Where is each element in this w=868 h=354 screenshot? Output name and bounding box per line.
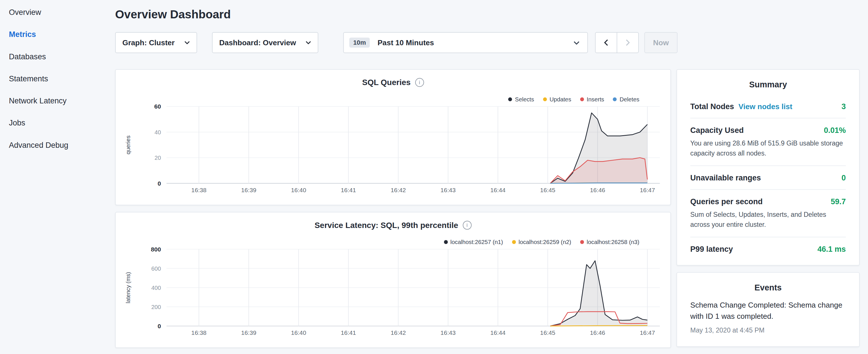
svg-text:16:45: 16:45 — [540, 187, 555, 193]
legend-label: Inserts — [587, 96, 604, 102]
events-panel: Events Schema Change Completed: Schema c… — [677, 272, 860, 347]
event-item[interactable]: Schema Change Completed: Schema change w… — [690, 297, 846, 342]
legend-dot — [512, 240, 516, 244]
sidebar-item-statements[interactable]: Statements — [0, 68, 105, 90]
legend-label: Deletes — [620, 96, 639, 102]
svg-text:16:44: 16:44 — [490, 329, 505, 336]
chart-legend: localhost:26257 (n1)localhost:26259 (n2)… — [443, 238, 639, 245]
event-timestamp: May 13, 2020 at 4:45 PM — [690, 326, 846, 334]
chart-title-row: Service Latency: SQL, 99th percentile i — [116, 221, 671, 230]
svg-text:16:38: 16:38 — [191, 329, 207, 336]
svg-text:16:40: 16:40 — [291, 187, 306, 193]
chart-title: Service Latency: SQL, 99th percentile — [315, 221, 458, 230]
summary-description: Sum of Selects, Updates, Inserts, and De… — [690, 210, 846, 230]
info-icon[interactable]: i — [415, 78, 424, 87]
service-latency-chart[interactable]: 020040060080016:3816:3916:4016:4116:4216… — [116, 213, 671, 347]
summary-label: Total Nodes — [690, 102, 734, 110]
dashboard-columns: SQL Queries i SelectsUpdatesInsertsDelet… — [115, 69, 868, 348]
sidebar-item-network-latency[interactable]: Network Latency — [0, 90, 105, 112]
time-next-button[interactable] — [617, 32, 639, 53]
summary-row-capacity-used: Capacity Used 0.01% You are using 28.6 M… — [690, 118, 846, 165]
summary-value: 0.01% — [819, 125, 846, 134]
summary-row-total-nodes: Total Nodes View nodes list 3 — [690, 95, 846, 118]
sidebar-item-overview[interactable]: Overview — [0, 1, 105, 23]
time-prev-button[interactable] — [595, 32, 617, 53]
svg-text:16:41: 16:41 — [341, 329, 356, 336]
legend-item-localhost-26259-n2-: localhost:26259 (n2) — [512, 238, 571, 245]
svg-text:16:40: 16:40 — [291, 329, 306, 336]
legend-dot — [543, 97, 547, 101]
chevron-right-icon — [626, 39, 630, 46]
summary-row-p99-latency: P99 latency 46.1 ms — [690, 237, 846, 261]
svg-text:40: 40 — [154, 129, 161, 135]
summary-value: 46.1 ms — [813, 245, 846, 254]
legend-label: Selects — [515, 96, 534, 102]
chart-card-service-latency: Service Latency: SQL, 99th percentile i … — [115, 212, 671, 348]
svg-text:latency (ms): latency (ms) — [125, 272, 131, 303]
chevron-left-icon — [604, 39, 608, 46]
svg-text:200: 200 — [151, 304, 161, 310]
view-nodes-list-link[interactable]: View nodes list — [739, 102, 792, 110]
summary-row-main: Unavailable ranges 0 — [690, 173, 846, 182]
svg-text:16:46: 16:46 — [590, 329, 605, 336]
svg-text:16:44: 16:44 — [490, 187, 505, 193]
chevron-down-icon — [574, 41, 580, 45]
events-title: Events — [690, 283, 846, 292]
summary-label: Capacity Used — [690, 125, 744, 134]
sidebar-item-metrics[interactable]: Metrics — [0, 23, 105, 45]
legend-dot — [443, 240, 447, 244]
event-text: Schema Change Completed: Schema change w… — [690, 300, 846, 322]
summary-label: Queries per second — [690, 197, 763, 206]
legend-dot — [580, 97, 584, 101]
sidebar-item-databases[interactable]: Databases — [0, 45, 105, 67]
svg-text:16:41: 16:41 — [341, 187, 356, 193]
summary-row-main: Capacity Used 0.01% — [690, 125, 846, 134]
chart-title-row: SQL Queries i — [116, 78, 671, 87]
legend-item-localhost-26257-n1-: localhost:26257 (n1) — [443, 238, 503, 245]
svg-text:600: 600 — [151, 265, 161, 272]
time-range-selector[interactable]: 10m Past 10 Minutes — [343, 32, 588, 53]
svg-text:16:42: 16:42 — [391, 329, 406, 336]
summary-row-queries-per-second: Queries per second 59.7 Sum of Selects, … — [690, 189, 846, 237]
summary-row-main: Total Nodes View nodes list 3 — [690, 102, 846, 110]
info-icon[interactable]: i — [463, 221, 471, 230]
svg-text:16:39: 16:39 — [241, 187, 256, 193]
legend-item-inserts: Inserts — [580, 96, 604, 102]
dashboard-dropdown[interactable]: Dashboard: Overview — [212, 32, 318, 53]
legend-dot — [580, 240, 584, 244]
now-button[interactable]: Now — [644, 32, 677, 53]
time-step-buttons — [595, 32, 639, 53]
svg-text:queries: queries — [125, 135, 131, 154]
summary-row-unavailable-ranges: Unavailable ranges 0 — [690, 165, 846, 189]
summary-row-main: Queries per second 59.7 — [690, 197, 846, 206]
chart-legend: SelectsUpdatesInsertsDeletes — [508, 96, 639, 102]
svg-text:400: 400 — [151, 285, 161, 291]
summary-label: P99 latency — [690, 245, 733, 254]
sidebar-item-advanced-debug[interactable]: Advanced Debug — [0, 134, 105, 156]
summary-value: 0 — [837, 173, 846, 182]
legend-dot — [613, 97, 617, 101]
summary-panel: Summary Total Nodes View nodes list 3 Ca… — [677, 69, 860, 265]
svg-text:16:43: 16:43 — [440, 329, 456, 336]
sql-queries-chart[interactable]: 020406016:3816:3916:4016:4116:4216:4316:… — [116, 70, 671, 204]
legend-item-localhost-26258-n3-: localhost:26258 (n3) — [580, 238, 639, 245]
summary-row-main: P99 latency 46.1 ms — [690, 245, 846, 254]
sidebar: Overview Metrics Databases Statements Ne… — [0, 0, 105, 354]
legend-label: Updates — [550, 96, 571, 102]
graph-dropdown[interactable]: Graph: Cluster — [115, 32, 197, 53]
sidebar-item-jobs[interactable]: Jobs — [0, 112, 105, 134]
legend-item-selects: Selects — [508, 96, 534, 102]
svg-text:20: 20 — [154, 155, 161, 161]
time-range-badge: 10m — [349, 37, 370, 47]
legend-item-updates: Updates — [543, 96, 571, 102]
svg-text:60: 60 — [154, 103, 161, 110]
page-title: Overview Dashboard — [115, 8, 868, 21]
legend-label: localhost:26257 (n1) — [450, 238, 503, 245]
main-content: Overview Dashboard Graph: Cluster Dashbo… — [105, 0, 868, 348]
summary-value: 59.7 — [827, 197, 846, 206]
svg-text:16:46: 16:46 — [590, 187, 605, 193]
svg-text:0: 0 — [158, 323, 161, 329]
chevron-down-icon — [306, 41, 311, 44]
app-root: Overview Metrics Databases Statements Ne… — [0, 0, 868, 354]
svg-text:16:42: 16:42 — [391, 187, 406, 193]
